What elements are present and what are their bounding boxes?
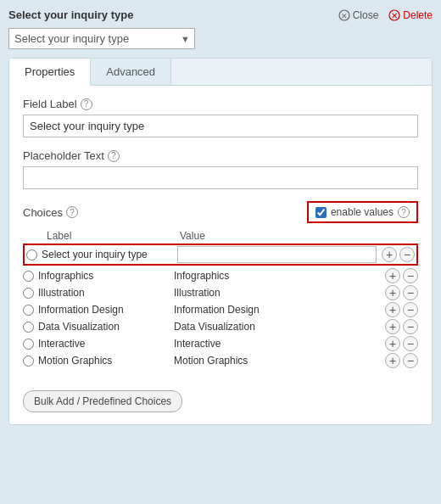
- inquiry-type-dropdown[interactable]: Select your inquiry type: [8, 28, 195, 49]
- choices-header: Choices ? enable values ?: [23, 201, 418, 223]
- dropdown-wrapper: Select your inquiry type ▼: [8, 28, 195, 49]
- field-label-heading: Field Label ?: [23, 98, 418, 110]
- remove-choice-button[interactable]: −: [403, 285, 418, 300]
- enable-values-box: enable values ?: [307, 201, 418, 223]
- choice-label: Data Visualization: [38, 321, 174, 333]
- choice-label: Illustration: [38, 287, 174, 299]
- page-title: Select your inquiry type: [8, 8, 133, 21]
- choice-buttons: +−: [385, 285, 418, 300]
- choice-value: Interactive: [174, 338, 380, 350]
- choice-radio[interactable]: [23, 356, 34, 367]
- choice-radio[interactable]: [23, 288, 34, 299]
- top-bar: Select your inquiry type ✕ Close ✕ Delet…: [8, 8, 433, 21]
- choices-group: Choices ? enable values ? Label Value Se…: [23, 201, 418, 368]
- add-choice-button[interactable]: +: [385, 285, 400, 300]
- choice-buttons: +−: [382, 247, 415, 262]
- choice-buttons: +−: [385, 268, 418, 283]
- choice-label: Infographics: [38, 270, 174, 282]
- page-container: Select your inquiry type ✕ Close ✕ Delet…: [0, 0, 441, 439]
- remove-choice-button[interactable]: −: [403, 353, 418, 368]
- delete-icon: ✕: [388, 9, 400, 21]
- choice-radio[interactable]: [23, 271, 34, 282]
- choice-row: Motion GraphicsMotion Graphics+−: [23, 353, 418, 368]
- choice-radio[interactable]: [26, 249, 37, 260]
- add-choice-button[interactable]: +: [385, 353, 400, 368]
- placeholder-text-group: Placeholder Text ?: [23, 149, 418, 189]
- add-choice-button[interactable]: +: [385, 336, 400, 351]
- choice-value: Illustration: [174, 287, 380, 299]
- placeholder-text-heading: Placeholder Text ?: [23, 149, 418, 162]
- choice-value-input[interactable]: [177, 246, 377, 263]
- delete-button[interactable]: ✕ Delete: [388, 9, 433, 21]
- field-label-group: Field Label ?: [23, 98, 418, 137]
- choice-label: Select your inquiry type: [42, 249, 177, 260]
- field-label-help-icon[interactable]: ?: [81, 98, 92, 110]
- choice-value: Data Visualization: [174, 321, 380, 333]
- choice-row: IllustrationIllustration+−: [23, 285, 418, 300]
- tab-advanced[interactable]: Advanced: [91, 59, 171, 85]
- choice-radio[interactable]: [23, 339, 34, 350]
- choices-list: Select your inquiry type+−InfographicsIn…: [23, 244, 418, 368]
- remove-choice-button[interactable]: −: [403, 302, 418, 317]
- remove-choice-button[interactable]: −: [399, 247, 415, 262]
- choice-radio[interactable]: [23, 305, 34, 316]
- choice-label: Motion Graphics: [38, 355, 174, 367]
- svg-text:✕: ✕: [391, 11, 398, 20]
- choice-row: Information DesignInformation Design+−: [23, 302, 418, 317]
- add-choice-button[interactable]: +: [385, 268, 400, 283]
- add-choice-button[interactable]: +: [385, 302, 400, 317]
- close-button[interactable]: ✕ Close: [338, 9, 379, 21]
- choice-row: InteractiveInteractive+−: [23, 336, 418, 351]
- choice-value: Infographics: [174, 270, 380, 282]
- choice-buttons: +−: [385, 302, 418, 317]
- choice-value: Information Design: [174, 304, 380, 316]
- top-actions: ✕ Close ✕ Delete: [338, 9, 433, 21]
- dropdown-row: Select your inquiry type ▼: [8, 28, 433, 49]
- choice-label: Interactive: [38, 338, 174, 350]
- remove-choice-button[interactable]: −: [403, 336, 418, 351]
- choice-row: InfographicsInfographics+−: [23, 268, 418, 283]
- add-choice-button[interactable]: +: [382, 247, 397, 262]
- choice-value: Motion Graphics: [174, 355, 380, 367]
- panel-body: Field Label ? Placeholder Text ? Choices…: [9, 86, 432, 424]
- enable-values-checkbox[interactable]: [315, 207, 327, 218]
- choice-radio[interactable]: [23, 322, 34, 333]
- choice-buttons: +−: [385, 336, 418, 351]
- add-choice-button[interactable]: +: [385, 319, 400, 334]
- placeholder-help-icon[interactable]: ?: [108, 150, 120, 162]
- close-circle-icon: ✕: [338, 9, 350, 21]
- svg-text:✕: ✕: [341, 12, 348, 20]
- bulk-add-button[interactable]: Bulk Add / Predefined Choices: [23, 390, 182, 412]
- choices-help-icon[interactable]: ?: [66, 206, 78, 218]
- choices-col-headers: Label Value: [23, 230, 418, 242]
- remove-choice-button[interactable]: −: [403, 319, 418, 334]
- choice-label: Information Design: [38, 304, 174, 316]
- remove-choice-button[interactable]: −: [403, 268, 418, 283]
- main-panel: Properties Advanced Field Label ? Placeh…: [8, 58, 433, 425]
- choice-row: Data VisualizationData Visualization+−: [23, 319, 418, 334]
- tab-bar: Properties Advanced: [9, 59, 432, 86]
- choices-label: Choices ?: [23, 206, 78, 219]
- field-label-input[interactable]: [23, 115, 418, 137]
- enable-values-help-icon[interactable]: ?: [398, 206, 410, 218]
- choice-buttons: +−: [385, 353, 418, 368]
- choice-buttons: +−: [385, 319, 418, 334]
- choice-row: Select your inquiry type+−: [23, 244, 418, 266]
- placeholder-text-input[interactable]: [23, 166, 418, 189]
- tab-properties[interactable]: Properties: [9, 59, 91, 86]
